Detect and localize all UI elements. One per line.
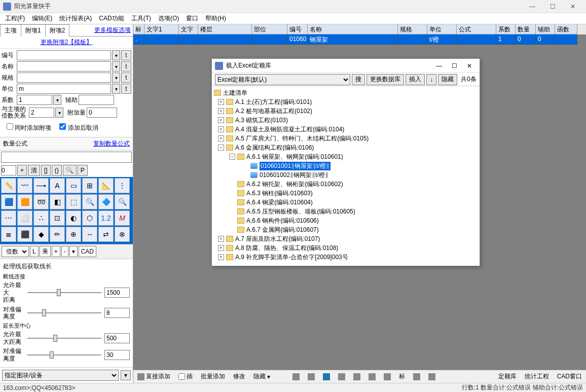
change-template-link[interactable]: 更换附项2【模板】 (0, 37, 133, 49)
extalign-slider[interactable] (27, 350, 101, 360)
dlg-update-button[interactable]: 更换数据库 (367, 74, 404, 85)
minimize-button[interactable]: ― (522, 1, 542, 12)
minus-button[interactable]: - (61, 246, 68, 257)
tool-14[interactable]: 🔍 (82, 194, 97, 209)
extmax-input[interactable] (104, 333, 130, 343)
tab-att2[interactable]: 附项2 (45, 24, 70, 37)
grid-row[interactable]: .01060钢屋架t/橙100 (133, 34, 586, 45)
menu-tools[interactable]: 工具(T) (128, 13, 154, 24)
plus-button[interactable]: + (17, 165, 27, 176)
cad-button[interactable]: CAD (79, 246, 96, 257)
name-dropdown[interactable]: ▾ (112, 61, 120, 72)
block-btn[interactable]: ▾ (121, 370, 131, 380)
tool-32[interactable]: ⊗ (115, 227, 130, 242)
dlg-hide-button[interactable]: 隐藏 (438, 74, 457, 85)
bt-insert[interactable]: 插 (176, 371, 195, 382)
tool-12[interactable]: ◧ (50, 194, 65, 209)
tool-6[interactable]: ⊞ (82, 178, 97, 193)
add-input[interactable] (87, 108, 117, 118)
menu-cad[interactable]: CAD功能 (96, 13, 127, 24)
tool-4[interactable]: A (50, 178, 65, 193)
plus2-button[interactable]: + (52, 246, 60, 257)
tool-16[interactable]: 🔍 (115, 194, 130, 209)
tool-18[interactable]: ⬜ (17, 210, 32, 226)
tool-26[interactable]: ⬛ (17, 227, 32, 242)
bt-batch-add[interactable]: 批量添加 (199, 371, 227, 382)
spec-t-button[interactable]: t (121, 73, 131, 83)
chk-cancel-after[interactable]: 添加后取消 (59, 123, 98, 132)
tool-17[interactable]: ⋯ (1, 210, 16, 226)
bt-icon-9[interactable] (426, 372, 437, 381)
paren-button[interactable]: () (52, 165, 62, 176)
tool-21[interactable]: ◐ (66, 210, 81, 226)
tool-24[interactable]: M (115, 210, 130, 226)
dlg-down-button[interactable]: ↓ (426, 74, 436, 85)
tool-3[interactable]: ⟶ (33, 178, 49, 193)
more-templates-link[interactable]: 更多模板选项 (94, 26, 131, 34)
bt-icon-8[interactable] (411, 372, 422, 381)
tool-10[interactable]: 🟧 (17, 194, 32, 209)
align-input[interactable] (104, 308, 130, 318)
copy-formula-link[interactable]: 复制数量公式 (93, 139, 130, 148)
code-input[interactable] (17, 50, 111, 60)
tool-22[interactable]: ⬡ (82, 210, 97, 226)
close-button[interactable]: ✕ (563, 1, 583, 12)
menu-options[interactable]: 选项(O) (155, 13, 182, 24)
align-slider[interactable] (27, 308, 101, 318)
bt-stat-project[interactable]: 统计工程 (523, 371, 551, 382)
name-t-button[interactable]: t (121, 61, 131, 72)
bt-icon-7[interactable] (382, 372, 393, 381)
bt-hide[interactable]: 隐藏▾ (251, 371, 272, 382)
code-dropdown[interactable]: ▾ (112, 50, 120, 60)
tool-1[interactable]: 📏 (1, 178, 16, 193)
tool-30[interactable]: ↔ (82, 227, 97, 242)
spec-input[interactable] (17, 73, 111, 83)
tool-23[interactable]: 1.2 (98, 210, 114, 226)
menu-project[interactable]: 工程(F) (2, 13, 28, 24)
bt-icon-2[interactable] (306, 372, 317, 381)
tool-19[interactable]: ∴ (33, 210, 49, 226)
tool-15[interactable]: 🔷 (98, 194, 114, 209)
block-select[interactable]: 指定图块/设备 (2, 370, 119, 381)
L-button[interactable]: L (30, 246, 39, 257)
dlg-close[interactable]: ✕ (462, 61, 477, 71)
dlg-search-button[interactable]: 搜 (352, 74, 365, 85)
extalign-input[interactable] (104, 350, 130, 360)
name-input[interactable] (17, 61, 111, 72)
tool-7[interactable]: 📐 (98, 178, 114, 193)
tool-25[interactable]: ≣ (1, 227, 16, 242)
dlg-maximize[interactable]: ☐ (447, 61, 461, 71)
formula-textarea[interactable] (1, 152, 132, 163)
chk-add-att[interactable]: 同时添加附项 (7, 123, 51, 132)
bt-direct-add[interactable]: 直接添加 (135, 371, 172, 382)
bracket-button[interactable]: [] (41, 165, 51, 176)
p-button[interactable]: P (78, 165, 88, 176)
clear-button[interactable]: 清 (28, 165, 40, 176)
coef-dropdown[interactable]: ▾ (53, 95, 61, 105)
tool-31[interactable]: ⇄ (98, 227, 114, 242)
bt-cad-window[interactable]: CAD窗口 (555, 371, 584, 382)
bt-icon-4[interactable] (336, 372, 347, 381)
tool-5[interactable]: ▭ (66, 178, 81, 193)
tool-8[interactable]: ⋮ (115, 178, 130, 193)
maxdist-input[interactable] (104, 288, 130, 298)
bt-mark[interactable]: 标 (397, 371, 407, 382)
unit-t-button[interactable]: t (121, 84, 131, 94)
extmax-slider[interactable] (27, 333, 101, 343)
bt-icon-5[interactable] (351, 372, 362, 381)
tool-27[interactable]: ◆ (33, 227, 49, 242)
maxdist-slider[interactable] (27, 288, 101, 298)
tool-11[interactable]: ➿ (33, 194, 49, 209)
unit-input[interactable] (17, 84, 111, 94)
rel-dropdown[interactable]: ▾ (55, 108, 63, 118)
bt-quota-lib[interactable]: 定额库 (496, 371, 519, 382)
maximize-button[interactable]: ☐ (542, 1, 563, 12)
aux-input[interactable] (79, 95, 114, 105)
menu-edit[interactable]: 编辑(E) (29, 13, 55, 24)
tool-9[interactable]: 🟦 (1, 194, 16, 209)
bt-icon-1[interactable] (290, 372, 302, 381)
spec-dropdown[interactable]: ▾ (112, 73, 120, 83)
tree-selected-item[interactable]: 010601001‖钢屋架‖t/橙‖ (214, 161, 478, 170)
tool-29[interactable]: ⊕ (66, 227, 81, 242)
tab-main[interactable]: 主项 (0, 24, 21, 37)
